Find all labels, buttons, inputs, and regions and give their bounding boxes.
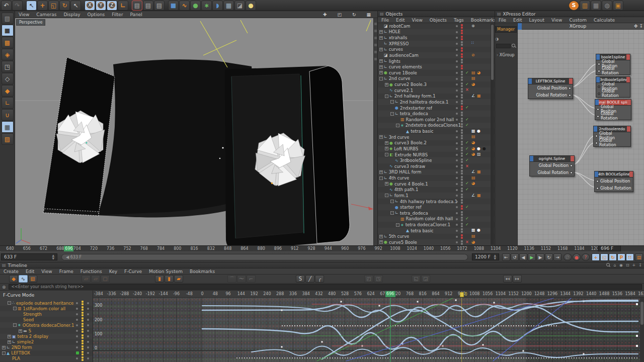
- visibility-dots-icon[interactable]: [461, 76, 463, 81]
- expander-icon[interactable]: -: [390, 112, 394, 116]
- plugin-2-icon[interactable]: ▦: [591, 1, 601, 11]
- object-row[interactable]: -∟tetra_dodeca: [378, 210, 495, 216]
- port-input[interactable]: [598, 63, 600, 65]
- tag-align-icon[interactable]: ▦: [477, 194, 481, 198]
- add-mograph-icon[interactable]: ∗: [201, 1, 212, 11]
- keyframe-dots-icon[interactable]: [82, 312, 84, 316]
- mute-dot-icon[interactable]: [87, 324, 89, 326]
- tag-phong-icon[interactable]: ◕: [471, 82, 475, 86]
- object-row[interactable]: -∟2nd hallway form.1∠▦: [378, 94, 495, 100]
- xpresso-menu-layout[interactable]: Layout: [526, 18, 548, 23]
- solo-dot-icon[interactable]: [76, 319, 78, 321]
- layer-dot-icon[interactable]: [456, 236, 458, 238]
- visibility-dots-icon[interactable]: [461, 152, 463, 157]
- tag-target-icon[interactable]: ⊕: [471, 24, 475, 28]
- search-icon[interactable]: [512, 44, 516, 48]
- track-row[interactable]: Seed: [0, 317, 93, 322]
- solo-dot-icon[interactable]: [76, 341, 78, 343]
- solo-dot-icon[interactable]: [76, 302, 78, 304]
- loop-button[interactable]: ↻: [545, 253, 553, 261]
- object-row[interactable]: +●curve5 Boole×◕: [378, 239, 495, 245]
- current-frame-marker[interactable]: 696: [64, 246, 73, 252]
- xpresso-menu-edit[interactable]: Edit: [510, 18, 525, 23]
- tag-sphereW-icon[interactable]: ●: [477, 228, 480, 232]
- search-filter-icon[interactable]: ⊗: [2, 285, 6, 290]
- layer-dot-icon[interactable]: [456, 60, 458, 62]
- key-scale-toggle[interactable]: ◱: [600, 253, 608, 261]
- tag-film-icon[interactable]: ▤: [471, 71, 475, 75]
- expander-icon[interactable]: +: [379, 65, 383, 69]
- manager-filter-field[interactable]: [496, 44, 511, 48]
- keyframe-selection-icon[interactable]: ▤: [635, 253, 643, 261]
- goto-end-button[interactable]: ⇥: [553, 253, 561, 261]
- del-key-button[interactable]: ▰: [174, 275, 183, 283]
- expander-icon[interactable]: +: [19, 329, 22, 333]
- spline-ease-button[interactable]: ╭: [315, 275, 324, 283]
- visibility-dots-icon[interactable]: [461, 135, 463, 139]
- side-strip-icon[interactable]: [374, 37, 377, 39]
- paint-tool-icon[interactable]: ▧: [2, 13, 14, 24]
- expander-icon[interactable]: +: [379, 36, 383, 40]
- spline-s-button[interactable]: S: [296, 275, 305, 283]
- keyframe-dots-icon[interactable]: [82, 340, 84, 344]
- home-icon[interactable]: ⌂: [614, 263, 616, 267]
- visibility-dots-icon[interactable]: [461, 71, 463, 75]
- expander-icon[interactable]: +: [379, 59, 383, 63]
- expander-icon[interactable]: -: [13, 307, 17, 310]
- side-strip-icon[interactable]: [374, 30, 377, 32]
- zoom-in-keys-button[interactable]: ↦: [513, 275, 522, 283]
- mute-dot-icon[interactable]: [87, 335, 89, 337]
- visibility-icon[interactable]: ◉: [619, 263, 623, 267]
- object-row[interactable]: +◆Loft NURBS✓◕●●: [378, 146, 495, 152]
- expander-icon[interactable]: -: [13, 323, 17, 327]
- expander-icon[interactable]: -: [385, 95, 388, 98]
- port-input[interactable]: [596, 180, 599, 183]
- add-keys-button[interactable]: ▮: [165, 275, 174, 283]
- fcurve-scrollbar[interactable]: [640, 298, 644, 362]
- tag-align-icon[interactable]: ▦: [477, 94, 481, 98]
- move-tool-icon[interactable]: +: [37, 1, 48, 11]
- render-settings-icon[interactable]: ▤: [154, 1, 165, 11]
- object-row[interactable]: +∟lights: [378, 58, 495, 64]
- visibility-dots-icon[interactable]: [461, 118, 463, 122]
- lock-y-axis-icon[interactable]: Y: [96, 1, 106, 11]
- tag-sphereW-icon[interactable]: ●: [477, 129, 480, 133]
- last-tool-icon[interactable]: ↖: [70, 1, 81, 11]
- solo-enabled-icon[interactable]: [76, 351, 79, 354]
- xpresso-menu-view[interactable]: View: [548, 18, 566, 23]
- mute-dot-icon[interactable]: [87, 352, 89, 354]
- object-row[interactable]: ∿curve2.1×: [378, 87, 495, 94]
- objects-menu-tags[interactable]: Tags: [450, 18, 467, 23]
- layer-dot-icon[interactable]: [456, 201, 458, 203]
- visibility-dots-icon[interactable]: [461, 123, 463, 128]
- motion-mode-button[interactable]: ▧: [28, 275, 37, 283]
- timeline-search-input[interactable]: <<Enter your search string here>>: [9, 284, 642, 290]
- object-row[interactable]: +∟xtrahalls: [378, 35, 495, 41]
- plugin-3-icon[interactable]: ◍: [602, 1, 612, 11]
- visibility-dots-icon[interactable]: [461, 188, 463, 192]
- rotate-view-icon[interactable]: ↻: [349, 12, 360, 17]
- axis-mode-icon[interactable]: ∟: [2, 97, 14, 109]
- visibility-dots-icon[interactable]: [461, 88, 463, 93]
- tag-pen-icon[interactable]: ∠: [471, 194, 475, 198]
- tag-film-icon[interactable]: ▤: [471, 76, 475, 80]
- layer-dot-icon[interactable]: [456, 37, 458, 39]
- track-row[interactable]: +∟2ND form: [0, 345, 93, 350]
- track-row[interactable]: -∗OGtetra dodecaCloner.1: [0, 322, 93, 328]
- tag-sphereB-icon[interactable]: ●: [482, 147, 486, 151]
- expander-icon[interactable]: -: [390, 100, 394, 104]
- goto-start-button[interactable]: ⇤: [502, 253, 510, 261]
- render-region-icon[interactable]: ▤: [143, 1, 153, 11]
- viewport-menu-view[interactable]: View: [15, 12, 33, 17]
- mute-dot-icon[interactable]: [87, 357, 89, 359]
- visibility-dots-icon[interactable]: [461, 65, 463, 69]
- snap-tool-icon[interactable]: ∪: [2, 109, 14, 121]
- object-row[interactable]: -◧Extrude NURBS✓◕▨: [378, 152, 495, 158]
- texture-mode-icon[interactable]: ▩: [2, 37, 14, 48]
- object-row[interactable]: +●curve 1Boole✓▤◕: [378, 70, 495, 76]
- timeline-menu-f-curve[interactable]: F-Curve: [121, 269, 145, 274]
- expander-icon[interactable]: +: [8, 340, 11, 344]
- object-row[interactable]: ◪audienceCam⊘: [378, 52, 495, 58]
- keyframe-dots-icon[interactable]: [82, 328, 84, 333]
- expander-icon[interactable]: +: [2, 346, 6, 349]
